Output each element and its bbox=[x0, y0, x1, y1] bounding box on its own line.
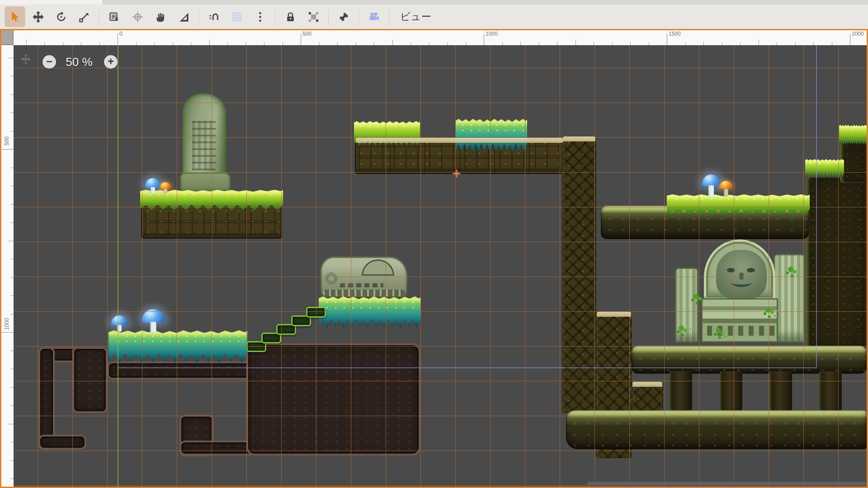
ruler-tick bbox=[10, 351, 14, 351]
dirt-block[interactable] bbox=[38, 435, 86, 450]
grid-line bbox=[455, 45, 456, 487]
ruler-tick bbox=[429, 42, 429, 45]
ancient-tank[interactable] bbox=[320, 257, 408, 298]
stone-column[interactable] bbox=[562, 136, 596, 413]
ruler-tick bbox=[576, 40, 576, 45]
grid-line bbox=[629, 45, 630, 487]
grid-line bbox=[838, 45, 839, 487]
scene-tab-active[interactable] bbox=[0, 0, 103, 5]
skeleton-tool-button[interactable] bbox=[333, 6, 354, 27]
ruler-tick bbox=[557, 42, 557, 45]
platform-pillar[interactable] bbox=[769, 371, 792, 412]
zoom-level-label[interactable]: 50 % bbox=[55, 55, 103, 69]
ruler-label: 1000 bbox=[486, 31, 498, 37]
grid-line bbox=[803, 45, 804, 487]
stone-face-monument[interactable] bbox=[675, 239, 811, 344]
grid-line bbox=[594, 45, 595, 487]
scene-canvas[interactable]: − 50 % + bbox=[14, 45, 867, 487]
teal-grass-platform[interactable] bbox=[319, 296, 421, 328]
zoom-out-button[interactable]: − bbox=[42, 55, 56, 69]
grid-snap-tool-button[interactable] bbox=[226, 6, 247, 27]
grid-line bbox=[14, 242, 867, 242]
ruler-tick bbox=[539, 42, 539, 45]
horizontal-scrollbar[interactable] bbox=[587, 482, 867, 486]
dirt-block[interactable] bbox=[107, 361, 261, 380]
ruler-tick bbox=[10, 277, 14, 278]
platform-pillar[interactable] bbox=[720, 371, 742, 412]
edit-pivot-tool-button[interactable] bbox=[127, 6, 148, 27]
ruler-tick bbox=[337, 42, 338, 45]
grid-line bbox=[351, 45, 351, 487]
ruler-tick bbox=[10, 76, 14, 76]
ruler-tick bbox=[356, 42, 356, 45]
lock-tool-button[interactable] bbox=[280, 6, 301, 27]
zoom-in-button[interactable]: + bbox=[104, 55, 118, 69]
position-marker bbox=[453, 169, 461, 178]
grid-line bbox=[734, 45, 734, 487]
ruler-tick bbox=[795, 42, 796, 45]
ruler-tick bbox=[740, 42, 741, 45]
scale-tool-button[interactable] bbox=[74, 6, 94, 27]
ruler-tick bbox=[10, 442, 14, 442]
pan-hint-icon bbox=[20, 53, 32, 67]
pan-tool-button[interactable] bbox=[150, 6, 171, 27]
ruler-tick bbox=[264, 42, 264, 45]
ruler-tick bbox=[10, 222, 14, 223]
ruler-label: 500 bbox=[302, 31, 311, 37]
blue-mushroom[interactable] bbox=[142, 309, 165, 333]
grid-line bbox=[14, 346, 867, 347]
smart-snap-tool-button[interactable] bbox=[203, 6, 224, 27]
ruler-corner-box bbox=[1, 30, 14, 45]
blue-mushroom[interactable] bbox=[145, 178, 160, 193]
grid-line bbox=[490, 45, 491, 487]
dirt-ground-mass[interactable] bbox=[246, 343, 420, 455]
ruler-triangle-icon bbox=[178, 11, 190, 23]
ruler-tick bbox=[99, 42, 100, 45]
stone-block-step[interactable] bbox=[632, 382, 663, 414]
ruler-tick bbox=[8, 424, 14, 424]
snap-options-tool-button[interactable] bbox=[250, 6, 270, 27]
pivot-icon bbox=[132, 11, 144, 23]
select-tool-button[interactable] bbox=[5, 6, 25, 27]
list-select-icon bbox=[108, 11, 121, 23]
grid-line bbox=[38, 45, 38, 487]
ruler-tick bbox=[10, 168, 14, 168]
rotate-tool-button[interactable] bbox=[51, 6, 71, 27]
ruler-label: 1500 bbox=[669, 31, 681, 37]
ruler-tick bbox=[630, 42, 631, 45]
upper-pillar-row[interactable] bbox=[632, 346, 867, 374]
ruler-tick bbox=[10, 296, 14, 296]
horizontal-ruler: 0500100015002000 bbox=[14, 30, 867, 45]
toolbar-separator bbox=[99, 9, 99, 25]
grid-line bbox=[14, 416, 867, 416]
grid-line bbox=[769, 45, 769, 487]
vertical-ruler: 5001000 bbox=[1, 45, 14, 487]
grid-line bbox=[14, 277, 867, 277]
toolbar-separator bbox=[275, 9, 275, 25]
platform-pillar[interactable] bbox=[670, 371, 692, 412]
dirt-block[interactable] bbox=[72, 347, 108, 413]
ruler-tick bbox=[191, 42, 191, 45]
orange-mushroom[interactable] bbox=[160, 182, 171, 194]
group-tool-button[interactable] bbox=[303, 6, 324, 27]
ruler-label: 500 bbox=[4, 132, 10, 150]
orange-mushroom[interactable] bbox=[719, 181, 733, 197]
move-tool-button[interactable] bbox=[28, 6, 48, 27]
teal-grass-platform[interactable] bbox=[108, 330, 247, 363]
right-cliff[interactable] bbox=[806, 177, 867, 349]
blue-mushroom[interactable] bbox=[111, 315, 127, 332]
ruler-mode-tool-button[interactable] bbox=[173, 6, 194, 27]
ruler-tick bbox=[10, 405, 14, 406]
ruler-tick bbox=[8, 58, 14, 58]
move-icon bbox=[32, 11, 44, 23]
view-menu-button[interactable]: ビュー bbox=[394, 6, 438, 27]
list-select-tool-button[interactable] bbox=[104, 6, 125, 27]
grid-line bbox=[14, 68, 867, 68]
grid-line bbox=[699, 45, 699, 487]
grid-line bbox=[420, 45, 421, 487]
ruler-tick bbox=[484, 33, 484, 45]
camera-override-tool-button[interactable] bbox=[363, 6, 384, 27]
grid-line bbox=[316, 45, 316, 487]
blue-mushroom[interactable] bbox=[702, 174, 720, 197]
grid-line bbox=[560, 45, 560, 487]
